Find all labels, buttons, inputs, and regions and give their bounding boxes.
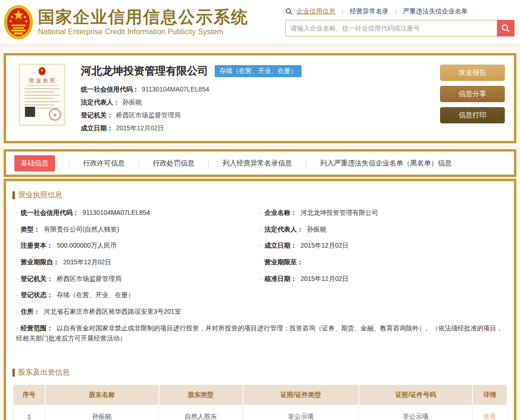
nav-link-abnormal-list[interactable]: 经营异常名录 (350, 7, 388, 16)
col-header-type: 股东类型 (159, 384, 243, 405)
col-header-name: 股东名称 (45, 384, 159, 405)
cell-seq: 1 (13, 405, 45, 420)
field-approval-date: ·核准日期：2015年12月02日 (260, 271, 504, 287)
license-emblem-icon (38, 67, 46, 75)
tab-separator (69, 159, 69, 167)
field-company-type: ·类型：有限责任公司(自然人独资) (16, 221, 260, 238)
shareholders-section-header: 股东及出资信息 (12, 368, 508, 377)
field-registration-status: ·登记状态：存续（在营、开业、在册） (16, 287, 260, 304)
table-row: 1 孙振晓 自然人股东 非公示项 非公示项 查看 (13, 405, 507, 420)
send-report-button[interactable]: 发送报告 (440, 65, 505, 81)
col-header-cert-type: 证照/证件类型 (243, 384, 359, 405)
search-button-icon (501, 24, 510, 33)
field-credit-code: ·统一社会信用代码：91130104MA07LEL854 (16, 205, 260, 221)
summary-actions: 发送报告 信息分享 信息打印 (440, 64, 505, 134)
field-address: ·住所：河北省石家庄市桥西区裕华西路谊安里3号201室 (16, 304, 504, 320)
field-term-to: ·营业期限至： (260, 254, 504, 271)
field-registry-authority: ·登记机关：桥西区市场监督管理局 (16, 271, 260, 287)
shareholders-section-title: 股东及出资信息 (18, 368, 70, 377)
tab-separator (306, 159, 306, 167)
cell-detail: 查看 (472, 405, 507, 420)
license-qr-code (24, 106, 36, 118)
shareholders-section: 股东及出资信息 序号 股东名称 股东类型 证照/证件类型 证照/证件号码 详情 … (12, 368, 508, 420)
field-legal-rep: ·法定代表人：孙振晓 (260, 221, 504, 238)
license-section-title: 营业执照信息 (18, 190, 62, 200)
field-company-name: ·企业名称：河北龙坤投资管理有限公司 (260, 205, 504, 221)
col-header-detail: 详情 (472, 384, 507, 405)
view-detail-link[interactable]: 查看 (484, 413, 496, 420)
summary-field-registry: 登记机关：桥西区市场监督管理局 (81, 109, 302, 122)
print-info-button[interactable]: 信息打印 (440, 107, 505, 123)
tab-admin-penalty[interactable]: 行政处罚信息 (153, 159, 194, 168)
nav-separator: | (395, 8, 396, 15)
site-header: 国家企业信用信息公示系统 National Enterprise Credit … (0, 0, 520, 44)
license-section-header: 营业执照信息 (12, 190, 508, 200)
summary-field-legal-rep: 法定代表人：孙振晓 (81, 96, 302, 109)
col-header-seq: 序号 (13, 384, 45, 405)
tab-separator (208, 159, 209, 167)
license-thumb-title: 营业执照 (29, 77, 57, 84)
col-header-cert-no: 证照/证件号码 (359, 384, 472, 405)
cell-cert-no: 非公示项 (359, 405, 472, 420)
summary-field-credit-code: 统一社会信用代码：91130104MA07LEL854 (81, 83, 302, 96)
section-bar-icon (12, 369, 15, 377)
field-term-from: ·营业期限自：2015年12月02日 (16, 254, 260, 271)
summary-field-est-date: 成立日期：2015年12月02日 (81, 122, 302, 134)
tab-blacklist[interactable]: 列入严重违法失信企业名单（黑名单）信息 (320, 159, 452, 168)
search-input[interactable] (285, 20, 497, 37)
share-info-button[interactable]: 信息分享 (440, 86, 505, 102)
license-red-seal: ★ (49, 109, 61, 121)
license-decor-line (26, 85, 58, 86)
site-title-zh: 国家企业信用信息公示系统 (38, 8, 248, 26)
tab-separator (139, 159, 139, 167)
tab-basic-info[interactable]: 基础信息 (14, 155, 55, 171)
cell-cert-type: 非公示项 (243, 405, 359, 420)
header-right: 企业信用信息 | 经营异常名录 | 严重违法失信企业名单 (285, 7, 516, 37)
nav-link-illegal-list[interactable]: 严重违法失信企业名单 (403, 7, 468, 16)
tab-admin-license[interactable]: 行政许可信息 (83, 159, 125, 168)
company-status-badge: 存续（在营、开业、在册） (215, 65, 302, 77)
company-summary-card: 营业执照 ★ 河北龙坤投资管理有限公司 存续（在营、开业、在册） 统一社会信用代… (4, 53, 516, 143)
national-emblem-logo (4, 4, 33, 40)
business-license-thumbnail[interactable]: 营业执照 ★ (19, 64, 65, 126)
tab-abnormal-operation[interactable]: 列入经营异常名录信息 (223, 159, 292, 168)
shareholders-table: 序号 股东名称 股东类型 证照/证件类型 证照/证件号码 详情 1 孙振晓 自然… (12, 384, 508, 420)
search-icon (285, 8, 293, 15)
table-header-row: 序号 股东名称 股东类型 证照/证件类型 证照/证件号码 详情 (13, 384, 507, 405)
header-nav: 企业信用信息 | 经营异常名录 | 严重违法失信企业名单 (285, 7, 514, 16)
nav-link-credit-info[interactable]: 企业信用信息 (296, 7, 335, 16)
site-titles: 国家企业信用信息公示系统 National Enterprise Credit … (38, 8, 248, 36)
field-registered-capital: ·注册资本：500.000000万人民币 (16, 237, 260, 254)
tab-bar: 基础信息 行政许可信息 行政处罚信息 列入经营异常名录信息 列入严重违法失信企业… (4, 149, 516, 177)
field-business-scope: ·经营范围：以自有资金对国家非禁止或非限制的项目进行投资，并对所投资的项目进行管… (16, 320, 504, 347)
search-bar (285, 20, 514, 37)
search-button[interactable] (497, 20, 514, 37)
company-summary-info: 河北龙坤投资管理有限公司 存续（在营、开业、在册） 统一社会信用代码：91130… (81, 64, 302, 134)
field-establish-date: ·成立日期：2015年12月02日 (260, 237, 504, 254)
main-content-card: 营业执照信息 ·统一社会信用代码：91130104MA07LEL854 ·企业名… (4, 179, 516, 420)
license-fields: ·统一社会信用代码：91130104MA07LEL854 ·企业名称：河北龙坤投… (12, 205, 508, 347)
nav-separator: | (342, 8, 343, 15)
site-title-en: National Enterprise Credit Information P… (38, 27, 248, 36)
company-name: 河北龙坤投资管理有限公司 (81, 64, 208, 78)
cell-shareholder-type: 自然人股东 (159, 405, 243, 420)
cell-shareholder-name: 孙振晓 (45, 405, 159, 420)
section-bar-icon (12, 191, 15, 199)
